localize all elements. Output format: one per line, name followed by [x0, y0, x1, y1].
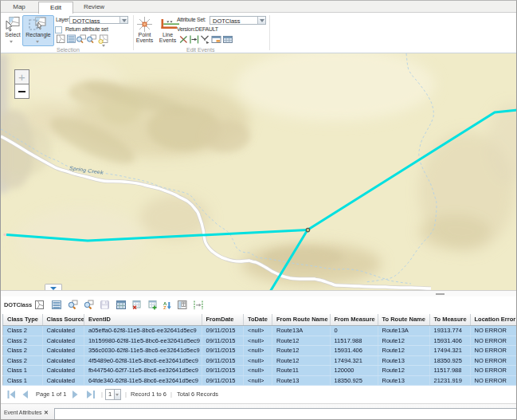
- svg-text:Z: Z: [163, 305, 166, 310]
